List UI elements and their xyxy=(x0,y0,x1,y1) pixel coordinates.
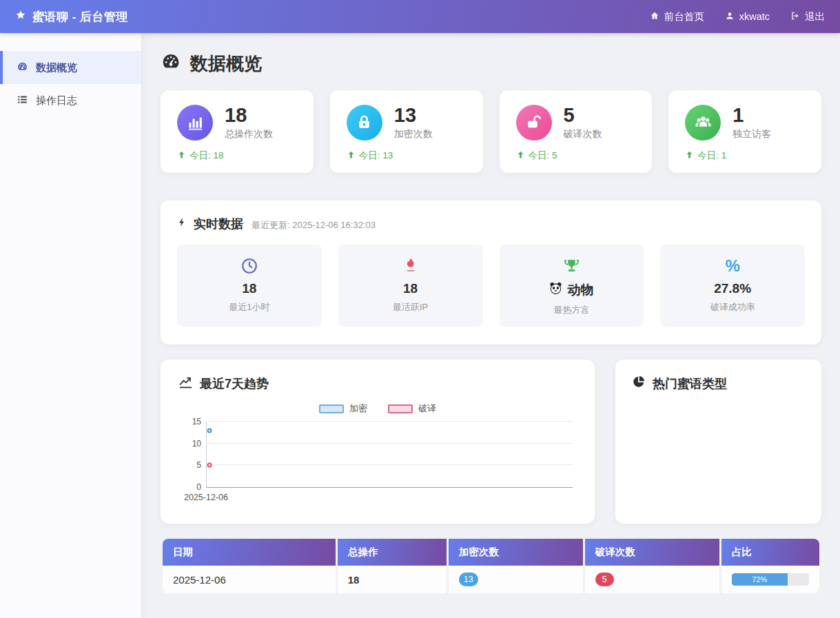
stat-today: 今日: 1 xyxy=(685,150,805,162)
bar-chart-icon xyxy=(177,105,213,141)
stat-cards-row: 18 总操作次数 今日: 18 13 加密次数 今日: xyxy=(161,90,821,173)
y-tick-label: 5 xyxy=(181,460,201,470)
gridline xyxy=(207,443,573,444)
nav-logout[interactable]: 退出 xyxy=(790,10,825,23)
realtime-value: 18 xyxy=(345,281,476,296)
realtime-label: 最近1小时 xyxy=(184,301,315,313)
ratio-progress-track: 72% xyxy=(732,573,809,586)
gridline xyxy=(207,464,573,465)
realtime-updated: 最近更新: 2025-12-06 16:32:03 xyxy=(252,219,376,231)
charts-row: 最近7天趋势 加密 破译 051015 2025-12-06 xyxy=(161,360,821,524)
stat-today: 今日: 13 xyxy=(347,150,467,162)
lock-icon xyxy=(347,105,382,141)
home-icon xyxy=(650,11,659,23)
daily-stats-table: 日期 总操作 加密次数 破译次数 占比 2025-12-06 18 13 5 xyxy=(161,539,821,593)
legend-swatch-encrypt xyxy=(319,404,344,413)
col-header-encrypt: 加密次数 xyxy=(449,539,583,566)
app-brand: 蜜语聊 - 后台管理 xyxy=(15,9,128,25)
arrow-up-icon xyxy=(516,150,525,161)
realtime-label: 最热方言 xyxy=(506,304,637,316)
arrow-up-icon xyxy=(177,150,186,161)
legend-item-encrypt: 加密 xyxy=(319,402,367,415)
y-tick-label: 10 xyxy=(181,439,201,449)
pie-chart-icon xyxy=(632,375,646,392)
unlock-icon xyxy=(516,105,552,141)
trend-card-title: 最近7天趋势 xyxy=(178,375,577,393)
gridline xyxy=(207,421,573,422)
realtime-box-top-dialect: 动物 最热方言 xyxy=(500,245,644,327)
arrow-up-icon xyxy=(347,150,356,161)
pie-card-title: 热门蜜语类型 xyxy=(632,375,805,392)
realtime-box-active-ip: 18 最活跃IP xyxy=(338,245,483,327)
stat-value: 5 xyxy=(564,104,602,126)
cell-ratio: 72% xyxy=(721,566,819,593)
pie-chart-card: 热门蜜语类型 xyxy=(615,360,821,524)
y-tick-label: 0 xyxy=(181,482,201,492)
realtime-label: 最活跃IP xyxy=(345,301,476,313)
legend-item-decrypt: 破译 xyxy=(388,402,436,415)
bolt-icon xyxy=(177,216,187,231)
sidebar-item-logs[interactable]: 操作日志 xyxy=(0,84,141,117)
panda-icon xyxy=(549,282,562,298)
stat-label: 独立访客 xyxy=(733,128,771,141)
nav-frontend-home[interactable]: 前台首页 xyxy=(650,10,704,23)
realtime-value: 27.8% xyxy=(667,281,798,296)
stat-today: 今日: 5 xyxy=(516,150,636,162)
y-tick-label: 15 xyxy=(181,417,201,426)
decrypt-badge: 5 xyxy=(595,573,614,586)
encrypt-badge: 13 xyxy=(459,573,478,586)
line-chart-icon xyxy=(178,375,193,393)
stat-label: 破译次数 xyxy=(564,128,602,141)
main-content: 数据概览 18 总操作次数 今日: 18 xyxy=(141,33,840,593)
data-point-加密 xyxy=(207,428,212,433)
stat-card-encrypt: 13 加密次数 今日: 13 xyxy=(330,90,483,173)
top-navbar: 蜜语聊 - 后台管理 前台首页 xkwatc 退出 xyxy=(0,0,840,33)
data-point-破译 xyxy=(207,463,212,468)
cell-encrypt: 13 xyxy=(449,566,583,593)
clock-icon xyxy=(184,256,315,276)
sidebar-item-label: 数据概览 xyxy=(36,61,77,74)
chart-legend: 加密 破译 xyxy=(178,402,577,415)
sidebar-item-overview[interactable]: 数据概览 xyxy=(0,51,141,84)
cell-total: 18 xyxy=(338,566,447,593)
x-axis-label: 2025-12-06 xyxy=(184,493,577,502)
realtime-title: 实时数据 xyxy=(177,216,243,232)
navbar-links: 前台首页 xkwatc 退出 xyxy=(650,10,825,23)
realtime-label: 破译成功率 xyxy=(667,301,798,313)
fire-icon xyxy=(345,256,476,276)
trend-chart: 051015 2025-12-06 xyxy=(178,422,577,502)
realtime-box-success-rate: % 27.8% 破译成功率 xyxy=(660,245,805,327)
star-icon xyxy=(15,10,26,24)
sidebar: 数据概览 操作日志 xyxy=(0,33,141,618)
page-title: 数据概览 xyxy=(161,51,821,76)
gauge-icon xyxy=(17,61,28,74)
stat-card-visitors: 1 独立访客 今日: 1 xyxy=(668,90,821,173)
trophy-icon xyxy=(506,256,637,276)
percent-icon: % xyxy=(667,256,798,276)
arrow-up-icon xyxy=(685,150,694,161)
ratio-progress-fill: 72% xyxy=(732,573,788,586)
sidebar-item-label: 操作日志 xyxy=(36,94,77,107)
col-header-decrypt: 破译次数 xyxy=(585,539,719,566)
chart-plot-area: 051015 xyxy=(206,422,573,488)
col-header-total: 总操作 xyxy=(338,539,447,566)
trend-chart-card: 最近7天趋势 加密 破译 051015 2025-12-06 xyxy=(161,360,595,524)
logout-icon xyxy=(790,11,800,23)
legend-swatch-decrypt xyxy=(388,404,413,413)
stat-today: 今日: 18 xyxy=(177,150,297,162)
cell-date: 2025-12-06 xyxy=(163,566,336,593)
table-header-row: 日期 总操作 加密次数 破译次数 占比 xyxy=(163,539,819,566)
realtime-box-last-hour: 18 最近1小时 xyxy=(177,245,322,327)
table-row: 2025-12-06 18 13 5 72% xyxy=(163,566,819,593)
realtime-value: 动物 xyxy=(506,281,637,299)
nav-username[interactable]: xkwatc xyxy=(725,11,770,23)
cell-decrypt: 5 xyxy=(585,566,719,593)
stat-label: 加密次数 xyxy=(394,128,433,141)
app-title: 蜜语聊 - 后台管理 xyxy=(32,9,128,25)
user-icon xyxy=(725,11,735,23)
stat-card-decrypt: 5 破译次数 今日: 5 xyxy=(500,90,653,173)
users-icon xyxy=(685,105,721,141)
col-header-ratio: 占比 xyxy=(721,539,819,566)
stat-value: 1 xyxy=(733,104,771,126)
stat-value: 13 xyxy=(394,104,433,126)
